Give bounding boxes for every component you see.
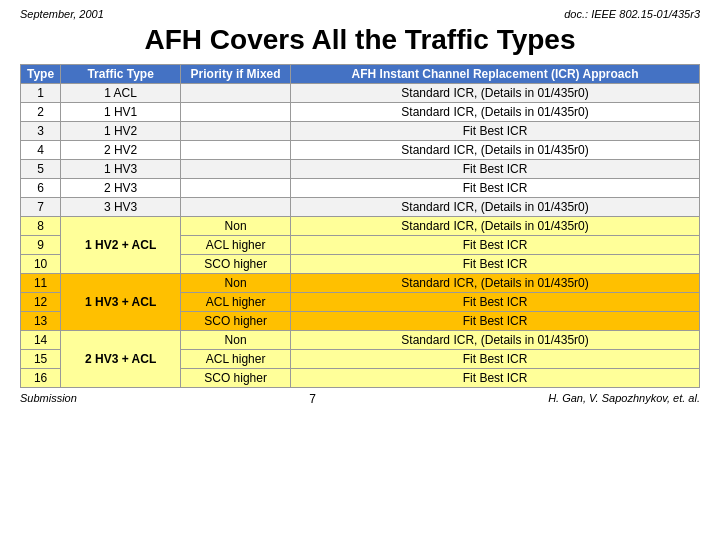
data-table: Type Traffic Type Priority if Mixed AFH …	[20, 64, 700, 388]
cell-priority: Non	[181, 217, 291, 236]
table-row: 81 HV2 + ACLNonStandard ICR, (Details in…	[21, 217, 700, 236]
col-header-traffic: Traffic Type	[61, 65, 181, 84]
cell-type: 13	[21, 312, 61, 331]
cell-priority: Non	[181, 274, 291, 293]
cell-traffic: 2 HV2	[61, 141, 181, 160]
cell-icr: Fit Best ICR	[291, 122, 700, 141]
cell-type: 16	[21, 369, 61, 388]
cell-priority: SCO higher	[181, 255, 291, 274]
cell-icr: Fit Best ICR	[291, 179, 700, 198]
table-row: 73 HV3Standard ICR, (Details in 01/435r0…	[21, 198, 700, 217]
cell-priority	[181, 122, 291, 141]
cell-icr: Standard ICR, (Details in 01/435r0)	[291, 217, 700, 236]
cell-type: 5	[21, 160, 61, 179]
cell-icr: Fit Best ICR	[291, 293, 700, 312]
table-row: 31 HV2Fit Best ICR	[21, 122, 700, 141]
header-left: September, 2001	[20, 8, 104, 20]
cell-type: 2	[21, 103, 61, 122]
cell-icr: Standard ICR, (Details in 01/435r0)	[291, 84, 700, 103]
col-header-icr: AFH Instant Channel Replacement (ICR) Ap…	[291, 65, 700, 84]
cell-priority	[181, 141, 291, 160]
cell-priority	[181, 103, 291, 122]
cell-traffic: 2 HV3 + ACL	[61, 331, 181, 388]
cell-priority: ACL higher	[181, 236, 291, 255]
cell-type: 11	[21, 274, 61, 293]
cell-priority	[181, 179, 291, 198]
cell-priority: SCO higher	[181, 312, 291, 331]
cell-traffic: 2 HV3	[61, 179, 181, 198]
cell-priority: ACL higher	[181, 350, 291, 369]
cell-icr: Fit Best ICR	[291, 160, 700, 179]
cell-type: 10	[21, 255, 61, 274]
cell-icr: Standard ICR, (Details in 01/435r0)	[291, 331, 700, 350]
table-row: 11 ACLStandard ICR, (Details in 01/435r0…	[21, 84, 700, 103]
header-right: doc.: IEEE 802.15-01/435r3	[564, 8, 700, 20]
cell-priority: SCO higher	[181, 369, 291, 388]
footer-bar: Submission 7 H. Gan, V. Sapozhnykov, et.…	[20, 392, 700, 406]
cell-icr: Standard ICR, (Details in 01/435r0)	[291, 103, 700, 122]
table-row: 21 HV1Standard ICR, (Details in 01/435r0…	[21, 103, 700, 122]
cell-type: 4	[21, 141, 61, 160]
cell-icr: Fit Best ICR	[291, 350, 700, 369]
cell-traffic: 1 HV3	[61, 160, 181, 179]
footer-left: Submission	[20, 392, 77, 406]
cell-traffic: 1 HV2 + ACL	[61, 217, 181, 274]
cell-type: 1	[21, 84, 61, 103]
cell-icr: Standard ICR, (Details in 01/435r0)	[291, 141, 700, 160]
table-row: 62 HV3Fit Best ICR	[21, 179, 700, 198]
cell-traffic: 1 HV2	[61, 122, 181, 141]
cell-icr: Standard ICR, (Details in 01/435r0)	[291, 198, 700, 217]
cell-type: 6	[21, 179, 61, 198]
page: September, 2001 doc.: IEEE 802.15-01/435…	[0, 0, 720, 540]
cell-icr: Fit Best ICR	[291, 369, 700, 388]
footer-right: H. Gan, V. Sapozhnykov, et. al.	[548, 392, 700, 406]
cell-type: 7	[21, 198, 61, 217]
cell-priority	[181, 160, 291, 179]
cell-priority	[181, 84, 291, 103]
cell-priority: Non	[181, 331, 291, 350]
cell-type: 3	[21, 122, 61, 141]
cell-type: 14	[21, 331, 61, 350]
cell-icr: Fit Best ICR	[291, 312, 700, 331]
cell-type: 12	[21, 293, 61, 312]
cell-priority: ACL higher	[181, 293, 291, 312]
cell-type: 8	[21, 217, 61, 236]
cell-icr: Fit Best ICR	[291, 255, 700, 274]
cell-icr: Fit Best ICR	[291, 236, 700, 255]
cell-traffic: 1 ACL	[61, 84, 181, 103]
cell-traffic: 3 HV3	[61, 198, 181, 217]
header-bar: September, 2001 doc.: IEEE 802.15-01/435…	[20, 8, 700, 20]
cell-traffic: 1 HV1	[61, 103, 181, 122]
table-row: 51 HV3Fit Best ICR	[21, 160, 700, 179]
col-header-type: Type	[21, 65, 61, 84]
page-title: AFH Covers All the Traffic Types	[20, 24, 700, 56]
table-row: 111 HV3 + ACLNonStandard ICR, (Details i…	[21, 274, 700, 293]
cell-type: 9	[21, 236, 61, 255]
table-row: 42 HV2Standard ICR, (Details in 01/435r0…	[21, 141, 700, 160]
cell-icr: Standard ICR, (Details in 01/435r0)	[291, 274, 700, 293]
col-header-priority: Priority if Mixed	[181, 65, 291, 84]
footer-center: 7	[309, 392, 316, 406]
cell-type: 15	[21, 350, 61, 369]
cell-priority	[181, 198, 291, 217]
cell-traffic: 1 HV3 + ACL	[61, 274, 181, 331]
table-row: 142 HV3 + ACLNonStandard ICR, (Details i…	[21, 331, 700, 350]
